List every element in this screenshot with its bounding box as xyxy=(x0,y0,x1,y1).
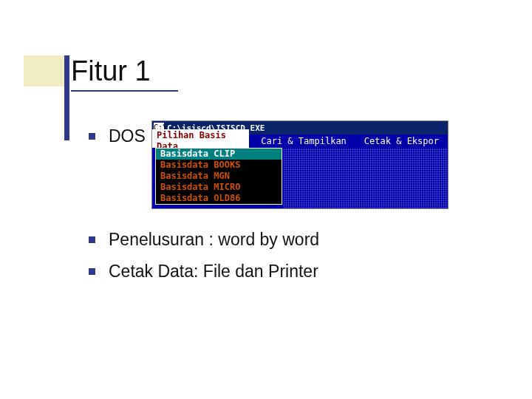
menu-item-cetak-ekspor[interactable]: Cetak & Ekspor xyxy=(355,135,448,148)
dos-menubar: Pilihan Basis Data Cari & Tampilkan Ceta… xyxy=(152,134,448,148)
list-item: Cetak Data: File dan Printer xyxy=(89,261,473,282)
dropdown-item-mgn[interactable]: Basisdata MGN xyxy=(156,171,282,182)
bullet-text: Penelusuran : word by word xyxy=(109,229,319,250)
dropdown-item-old86[interactable]: Basisdata OLD86 xyxy=(156,193,282,204)
slide-title: Fitur 1 xyxy=(71,55,178,92)
dropdown-item-books[interactable]: Basisdata BOOKS xyxy=(156,160,282,171)
bullet-list-lower: Penelusuran : word by word Cetak Data: F… xyxy=(89,219,473,282)
bullet-square-icon xyxy=(89,133,95,140)
menu-item-cari-tampilkan[interactable]: Cari & Tampilkan xyxy=(252,135,355,148)
dropdown-item-micro[interactable]: Basisdata MICRO xyxy=(156,182,282,193)
decoration-accent-block xyxy=(24,55,64,86)
list-item: Penelusuran : word by word xyxy=(89,229,473,250)
dos-body: Pilihan Basis Data Cari & Tampilkan Ceta… xyxy=(152,134,448,208)
dos-window: C:\ C:\isiscd\ISISCD.EXE Pilihan Basis D… xyxy=(151,120,449,209)
bullet-text: Cetak Data: File dan Printer xyxy=(109,261,318,282)
dos-content-area: Basisdata CLIP Basisdata BOOKS Basisdata… xyxy=(152,148,448,208)
decoration-accent-line xyxy=(64,55,69,140)
bullet-text: DOS xyxy=(109,126,146,147)
dropdown-item-clip[interactable]: Basisdata CLIP xyxy=(156,149,282,160)
basis-data-dropdown: Basisdata CLIP Basisdata BOOKS Basisdata… xyxy=(155,148,282,205)
bullet-square-icon xyxy=(89,268,95,275)
bullet-square-icon xyxy=(89,236,95,243)
dos-screen: Pilihan Basis Data Cari & Tampilkan Ceta… xyxy=(152,134,448,208)
background-texture xyxy=(284,148,448,208)
